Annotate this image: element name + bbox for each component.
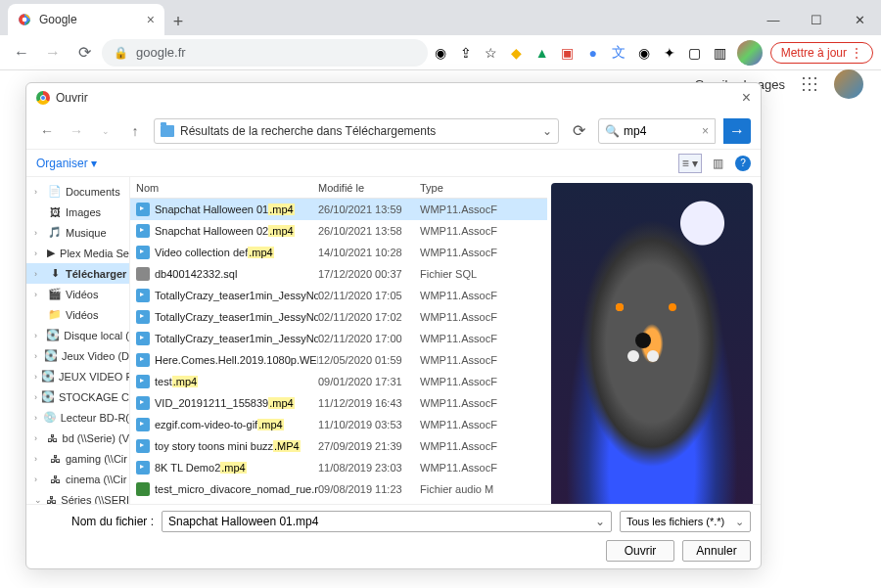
dialog-footer: Nom du fichier : Snapchat Halloween 01.m… <box>26 504 761 568</box>
apps-icon[interactable] <box>801 75 818 93</box>
tree-item[interactable]: ›💽STOCKAGE CL <box>26 386 129 407</box>
browser-tab[interactable]: Google × <box>8 4 164 35</box>
dialog-nav: ← → ⌄ ↑ Résultats de la recherche dans T… <box>26 113 761 150</box>
extensions-icon[interactable]: ✦ <box>661 44 678 62</box>
file-row[interactable]: TotallyCrazy_teaser1min_JessyNottola_12.… <box>130 328 547 349</box>
tree-item[interactable]: ›🖧cinema (\\Cir <box>26 469 129 489</box>
update-button[interactable]: Mettre à jour⋮ <box>770 42 873 64</box>
file-row[interactable]: Video collection def.mp414/10/2021 10:28… <box>130 242 547 263</box>
tree-item[interactable]: ›🖧bd (\\Serie) (V <box>26 428 129 448</box>
chevron-down-icon: ⌄ <box>595 515 605 528</box>
dialog-toolbar: Organiser ▾ ≡ ▾ ▥ ? <box>26 150 761 177</box>
file-open-dialog: Ouvrir × ← → ⌄ ↑ Résultats de la recherc… <box>25 82 762 569</box>
translate-icon[interactable]: 文 <box>610 44 627 62</box>
tree-item[interactable]: ›🎵Musique <box>26 222 129 243</box>
file-row[interactable]: 8K TL Demo2.mp411/08/2019 23:03WMP11.Ass… <box>130 457 547 478</box>
help-icon[interactable]: ? <box>735 156 751 171</box>
location-icon[interactable]: ◉ <box>432 44 449 62</box>
cancel-button[interactable]: Annuler <box>682 540 751 562</box>
google-favicon <box>18 13 31 26</box>
address-text: google.fr <box>136 45 186 60</box>
browser-titlebar: Google × + — ☐ ✕ <box>0 0 881 35</box>
svg-point-1 <box>23 18 27 23</box>
tree-item[interactable]: ›⬇Télécharger <box>26 263 129 284</box>
search-go-button[interactable]: → <box>723 118 751 144</box>
ext-icon-4[interactable]: ◉ <box>635 44 653 62</box>
folder-icon <box>161 125 174 137</box>
dialog-title: Ouvrir <box>56 91 88 105</box>
path-bar[interactable]: Résultats de la recherche dans Télécharg… <box>154 118 559 144</box>
window-minimize-icon[interactable]: — <box>752 4 795 35</box>
tree-item[interactable]: ›🖧gaming (\\Cir <box>26 448 129 469</box>
bookmark-icon[interactable]: ☆ <box>483 44 500 62</box>
nav-recent-icon[interactable]: ⌄ <box>95 126 116 136</box>
address-bar[interactable]: 🔒 google.fr <box>102 39 428 67</box>
search-value: mp4 <box>624 124 646 138</box>
col-modified[interactable]: Modifié le <box>318 182 420 194</box>
filename-input[interactable]: Snapchat Halloween 01.mp4⌄ <box>162 511 612 532</box>
lock-icon: 🔒 <box>114 46 128 60</box>
cast-icon[interactable]: ▢ <box>686 44 704 62</box>
open-button[interactable]: Ouvrir <box>606 540 674 562</box>
file-row[interactable]: ezgif.com-video-to-gif.mp411/10/2019 03:… <box>130 414 547 435</box>
file-row[interactable]: db400142332.sql17/12/2020 00:37Fichier S… <box>130 263 547 285</box>
tree-item[interactable]: ›💿Lecteur BD-R( <box>26 407 129 428</box>
search-clear-icon[interactable]: × <box>702 124 709 138</box>
window-close-icon[interactable]: ✕ <box>838 4 881 35</box>
organize-menu[interactable]: Organiser ▾ <box>36 157 97 170</box>
tab-title: Google <box>39 13 77 26</box>
new-tab-button[interactable]: + <box>164 8 192 35</box>
tree-item[interactable]: ›▶Plex Media Se <box>26 243 129 263</box>
file-row[interactable]: TotallyCrazy_teaser1min_JessyNottola_12.… <box>130 306 547 328</box>
back-button[interactable]: ← <box>8 39 35 67</box>
tree-item[interactable]: 🖼Images <box>26 202 129 222</box>
tree-item[interactable]: 📁Vidéos <box>26 304 129 325</box>
dialog-close-icon[interactable]: × <box>742 89 751 107</box>
search-icon: 🔍 <box>605 124 620 138</box>
view-list-icon[interactable]: ≡ ▾ <box>678 154 702 173</box>
dialog-search-input[interactable]: 🔍 mp4 × <box>598 118 716 144</box>
tree-item[interactable]: ›💽Jeux Video (D <box>26 345 129 366</box>
drive-icon[interactable]: ▲ <box>533 44 551 62</box>
tree-item[interactable]: ›📄Documents <box>26 181 129 202</box>
browser-toolbar: ← → ⟳ 🔒 google.fr ◉ ⇪ ☆ ◆ ▲ ▣ ● 文 ◉ ✦ ▢ … <box>0 35 881 70</box>
file-row[interactable]: test_micro_divacore_nomad_rue.m4a09/08/2… <box>130 478 547 500</box>
chevron-down-icon: ⌄ <box>735 516 744 528</box>
file-row[interactable]: VID_20191211_155839.mp411/12/2019 16:43W… <box>130 392 547 414</box>
file-row[interactable]: Snapchat Halloween 01.mp426/10/2021 13:5… <box>130 199 547 220</box>
ext-icon-1[interactable]: ◆ <box>508 44 526 62</box>
file-row[interactable]: toy story toons mini buzz.MP427/09/2019 … <box>130 435 547 457</box>
tree-item[interactable]: ›🎬Vidéos <box>26 284 129 304</box>
share-icon[interactable]: ⇪ <box>457 44 475 62</box>
nav-up-icon[interactable]: ↑ <box>124 123 146 139</box>
ext-icon-2[interactable]: ▣ <box>559 44 577 62</box>
filename-label: Nom du fichier : <box>36 515 154 528</box>
google-avatar[interactable] <box>834 69 863 99</box>
tree-item[interactable]: ›💽JEUX VIDEO F <box>26 366 129 386</box>
forward-button[interactable]: → <box>39 39 67 67</box>
window-maximize-icon[interactable]: ☐ <box>795 4 838 35</box>
file-row[interactable]: TotallyCrazy_teaser1min_JessyNottola_12.… <box>130 285 547 306</box>
ext-icon-5[interactable]: ▥ <box>712 44 729 62</box>
nav-forward-icon[interactable]: → <box>66 123 87 139</box>
tab-close-icon[interactable]: × <box>147 12 155 27</box>
col-type[interactable]: Type <box>420 182 547 194</box>
nav-back-icon[interactable]: ← <box>36 123 58 139</box>
file-row[interactable]: Here.Comes.Hell.2019.1080p.WEBRip.x26...… <box>130 349 547 371</box>
dialog-titlebar: Ouvrir × <box>26 83 761 113</box>
chevron-down-icon[interactable]: ⌄ <box>542 124 552 138</box>
reload-button[interactable]: ⟳ <box>70 39 98 67</box>
tree-item[interactable]: ›💽Disque local ( <box>26 325 129 345</box>
profile-avatar[interactable] <box>737 40 763 66</box>
preview-pane-icon[interactable]: ▥ <box>706 154 729 173</box>
col-name[interactable]: Nom <box>136 182 318 194</box>
ext-icon-3[interactable]: ● <box>584 44 602 62</box>
folder-tree: ›📄Documents🖼Images›🎵Musique›▶Plex Media … <box>26 177 130 504</box>
preview-pane <box>547 177 761 504</box>
file-row[interactable]: test.mp409/01/2020 17:31WMP11.AssocF <box>130 371 547 392</box>
file-list: Nom Modifié le Type Snapchat Halloween 0… <box>130 177 547 504</box>
refresh-icon[interactable]: ⟳ <box>567 121 590 140</box>
filetype-select[interactable]: Tous les fichiers (*.*)⌄ <box>620 511 751 532</box>
file-row[interactable]: Snapchat Halloween 02.mp426/10/2021 13:5… <box>130 220 547 242</box>
tree-item[interactable]: ⌄🖧Séries (\\SERI <box>26 489 129 504</box>
